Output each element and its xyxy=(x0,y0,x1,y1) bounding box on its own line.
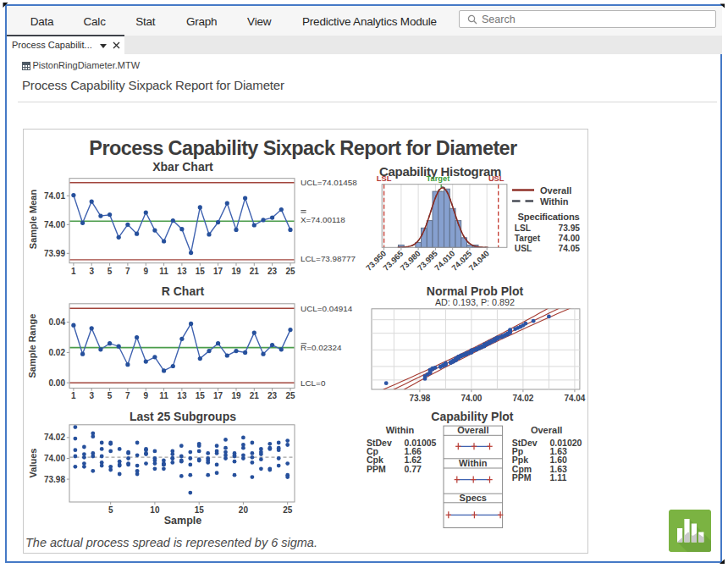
svg-text:23: 23 xyxy=(267,391,278,400)
svg-text:USL: USL xyxy=(515,244,532,253)
svg-text:5: 5 xyxy=(108,391,113,400)
svg-text:1: 1 xyxy=(71,267,76,276)
svg-text:9: 9 xyxy=(144,391,149,400)
svg-text:UCL=74.01458: UCL=74.01458 xyxy=(301,178,357,187)
svg-text:0.02: 0.02 xyxy=(49,348,66,357)
svg-text:0.00: 0.00 xyxy=(49,378,66,388)
svg-text:74.05: 74.05 xyxy=(559,244,581,253)
svg-text:13: 13 xyxy=(177,267,187,276)
svg-text:Within: Within xyxy=(386,425,415,435)
svg-text:X=74.00118: X=74.00118 xyxy=(301,215,345,224)
svg-text:LSL: LSL xyxy=(377,174,392,183)
svg-text:Xbar Chart: Xbar Chart xyxy=(152,160,213,174)
svg-text:7: 7 xyxy=(125,391,130,400)
svg-text:19: 19 xyxy=(231,391,241,400)
svg-text:LCL=0: LCL=0 xyxy=(301,378,326,388)
svg-text:Sample Range: Sample Range xyxy=(28,314,38,378)
svg-text:74.01: 74.01 xyxy=(44,191,65,201)
svg-text:0.04: 0.04 xyxy=(49,317,66,327)
svg-text:Sample Mean: Sample Mean xyxy=(28,190,38,250)
svg-text:Target: Target xyxy=(515,234,541,243)
svg-text:23: 23 xyxy=(267,267,278,276)
svg-text:74.00: 74.00 xyxy=(44,454,65,463)
svg-text:10: 10 xyxy=(150,505,160,515)
svg-text:13: 13 xyxy=(177,391,187,400)
svg-text:25: 25 xyxy=(285,391,295,400)
svg-text:LCL=73.98777: LCL=73.98777 xyxy=(301,254,356,263)
svg-text:Overall: Overall xyxy=(531,425,562,435)
svg-text:Sample: Sample xyxy=(164,515,202,527)
svg-text:3: 3 xyxy=(89,267,94,276)
svg-text:9: 9 xyxy=(144,267,149,276)
svg-text:15: 15 xyxy=(196,391,206,400)
svg-text:20: 20 xyxy=(239,505,249,515)
svg-text:The actual process spread is r: The actual process spread is represented… xyxy=(25,536,317,549)
svg-text:Last 25 Subgroups: Last 25 Subgroups xyxy=(130,410,236,423)
svg-text:1.11: 1.11 xyxy=(550,472,567,483)
svg-text:73.99: 73.99 xyxy=(44,249,65,258)
svg-text:Capability Plot: Capability Plot xyxy=(431,410,514,423)
svg-text:73.95: 73.95 xyxy=(559,223,581,233)
svg-text:R Chart: R Chart xyxy=(162,284,205,298)
svg-text:15: 15 xyxy=(195,505,205,515)
svg-text:21: 21 xyxy=(250,267,260,276)
svg-text:74.00: 74.00 xyxy=(559,234,581,243)
svg-text:74.00: 74.00 xyxy=(461,394,482,403)
svg-text:Overall: Overall xyxy=(540,185,571,196)
svg-text:74.00: 74.00 xyxy=(44,220,65,229)
svg-text:Values: Values xyxy=(28,449,38,478)
svg-text:73.98: 73.98 xyxy=(44,475,65,484)
svg-text:R=0.02324: R=0.02324 xyxy=(301,343,342,352)
svg-text:Specs: Specs xyxy=(460,493,487,503)
svg-text:11: 11 xyxy=(159,267,168,276)
svg-text:1: 1 xyxy=(71,391,76,400)
svg-text:Specifications: Specifications xyxy=(518,212,580,222)
svg-text:74.04: 74.04 xyxy=(564,394,585,403)
svg-text:Overall: Overall xyxy=(457,425,488,435)
svg-text:17: 17 xyxy=(213,267,223,276)
svg-text:15: 15 xyxy=(196,267,206,276)
svg-text:Within: Within xyxy=(459,458,488,468)
svg-text:7: 7 xyxy=(125,267,130,276)
svg-text:LSL: LSL xyxy=(515,223,531,233)
svg-text:21: 21 xyxy=(250,391,260,400)
svg-text:AD: 0.193, P: 0.892: AD: 0.193, P: 0.892 xyxy=(435,297,515,307)
svg-text:74.02: 74.02 xyxy=(512,394,533,403)
svg-text:74.02: 74.02 xyxy=(44,433,65,442)
svg-text:11: 11 xyxy=(159,391,168,400)
svg-text:UCL=0.04914: UCL=0.04914 xyxy=(301,304,353,313)
svg-text:5: 5 xyxy=(108,267,113,276)
svg-text:19: 19 xyxy=(231,267,241,276)
svg-text:Target: Target xyxy=(427,174,450,183)
svg-text:PPM: PPM xyxy=(512,472,532,483)
svg-text:Process Capability Sixpack Rep: Process Capability Sixpack Report for Di… xyxy=(89,137,517,159)
svg-text:PPM: PPM xyxy=(367,464,386,474)
svg-text:Within: Within xyxy=(540,196,569,207)
svg-text:25: 25 xyxy=(285,267,295,276)
svg-text:17: 17 xyxy=(213,391,223,400)
svg-text:USL: USL xyxy=(488,174,505,183)
svg-text:3: 3 xyxy=(89,391,94,400)
svg-text:73.98: 73.98 xyxy=(409,394,430,403)
svg-text:0.77: 0.77 xyxy=(405,464,422,474)
svg-text:5: 5 xyxy=(108,505,113,515)
svg-text:25: 25 xyxy=(283,505,293,515)
